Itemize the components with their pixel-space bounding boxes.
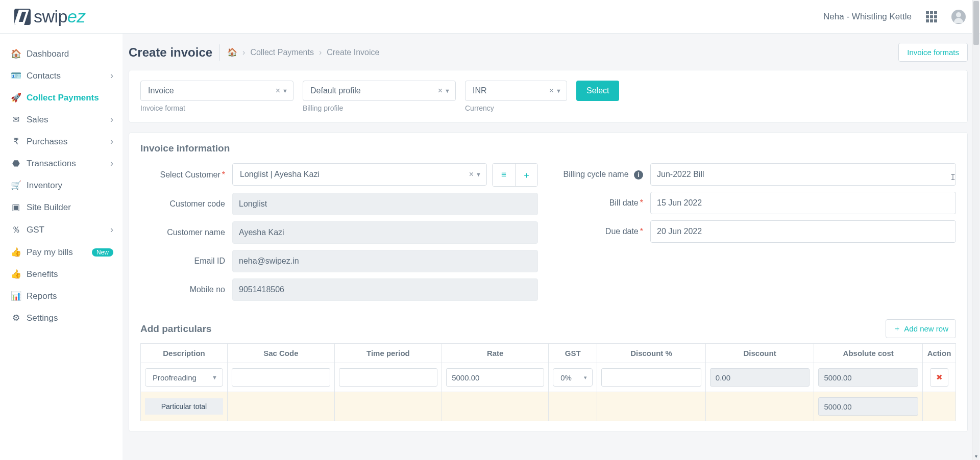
chart-icon: 📊 [9, 291, 22, 301]
label-billing-cycle: Billing cycle name i [558, 170, 650, 180]
sidebar-item-pay-my-bills[interactable]: 👍Pay my billsNew [0, 241, 122, 263]
sidebar-item-site-builder[interactable]: ▣Site Builder [0, 196, 122, 218]
selectors-card: Invoice ×▼ Invoice format Default profil… [129, 70, 968, 123]
select-value: Longlist | Ayesha Kazi [240, 170, 320, 179]
sidebar-item-label: Purchases [27, 137, 67, 147]
col-gst: GST [549, 344, 597, 363]
due-date-input[interactable] [650, 220, 956, 243]
clear-icon[interactable]: × [276, 86, 280, 95]
scrollbar[interactable]: ▴ ▾ [972, 0, 979, 460]
clear-icon[interactable]: × [438, 86, 443, 95]
breadcrumb-l2[interactable]: Create Invoice [327, 48, 379, 57]
sidebar: 🏠Dashboard 🪪Contacts› 🚀Collect Payments … [0, 34, 122, 460]
label-bill-date: Bill date* [558, 198, 650, 208]
time-input[interactable] [339, 368, 438, 387]
sidebar-item-label: Settings [27, 313, 58, 323]
sidebar-item-dashboard[interactable]: 🏠Dashboard [0, 43, 122, 65]
sidebar-item-label: Transactions [27, 159, 76, 169]
avatar-icon[interactable] [951, 10, 966, 24]
col-discount: Discount [705, 344, 814, 363]
col-time: Time period [334, 344, 442, 363]
col-rate: Rate [442, 344, 549, 363]
table-row: Proofreading ▼ 0% ▾ [141, 363, 956, 392]
gst-select[interactable]: 0% ▾ [553, 368, 593, 387]
sidebar-item-collect-payments[interactable]: 🚀Collect Payments [0, 87, 122, 109]
chevron-right-icon: › [110, 70, 113, 81]
customer-select[interactable]: Longlist | Ayesha Kazi ×▼ [232, 163, 487, 186]
col-sac: Sac Code [228, 344, 335, 363]
col-description: Description [141, 344, 228, 363]
logo[interactable]: swipez [14, 7, 85, 27]
sidebar-item-contacts[interactable]: 🪪Contacts› [0, 65, 122, 87]
scroll-down-icon[interactable]: ▾ [972, 452, 980, 460]
billing-cycle-input[interactable] [650, 163, 956, 186]
label-select-customer: Select Customer* [140, 170, 232, 180]
delete-row-button[interactable]: ✖ [930, 368, 948, 387]
breadcrumb: 🏠 › Collect Payments › Create Invoice [227, 47, 379, 57]
clear-icon[interactable]: × [469, 170, 474, 179]
chevron-down-icon[interactable]: ▼ [445, 88, 450, 94]
info-icon[interactable]: i [634, 170, 643, 180]
contact-icon: 🪪 [9, 70, 22, 81]
sac-input[interactable] [232, 368, 330, 387]
chevron-right-icon: › [110, 136, 113, 147]
cart-icon: 🛒 [9, 180, 22, 191]
site-icon: ▣ [9, 202, 22, 213]
chevron-down-icon[interactable]: ▼ [476, 171, 481, 177]
sidebar-item-transactions[interactable]: ⬣Transactions› [0, 152, 122, 174]
chevron-right-icon: › [110, 114, 113, 125]
scroll-thumb[interactable] [973, 1, 979, 45]
label-customer-code: Customer code [140, 199, 232, 209]
add-row-button[interactable]: ＋Add new row [886, 319, 956, 338]
select-button[interactable]: Select [576, 81, 619, 101]
envelope-icon: ✉ [9, 114, 22, 125]
apps-grid-icon[interactable] [926, 11, 937, 22]
chevron-down-icon[interactable]: ▼ [212, 374, 217, 380]
sidebar-item-settings[interactable]: ⚙Settings [0, 307, 122, 329]
divider [219, 44, 220, 61]
rate-input[interactable] [446, 368, 544, 387]
col-absolute: Absolute cost [814, 344, 923, 363]
billing-profile-select[interactable]: Default profile ×▼ [303, 81, 456, 101]
sidebar-item-purchases[interactable]: ₹Purchases› [0, 131, 122, 152]
plus-icon: ＋ [893, 324, 901, 334]
chevron-down-icon[interactable]: ▼ [282, 88, 288, 94]
rocket-icon: 🚀 [9, 92, 22, 103]
sidebar-item-gst[interactable]: ％GST› [0, 218, 122, 241]
chevron-right-icon: › [110, 224, 113, 235]
new-badge: New [92, 248, 113, 257]
clear-icon[interactable]: × [549, 86, 554, 95]
main-content: Create invoice 🏠 › Collect Payments › Cr… [122, 34, 980, 460]
sidebar-item-inventory[interactable]: 🛒Inventory [0, 174, 122, 196]
discount-pct-input[interactable] [601, 368, 701, 387]
select-sublabel: Currency [465, 104, 567, 112]
page-title: Create invoice [129, 45, 212, 60]
sidebar-item-label: GST [27, 225, 44, 235]
chevron-down-icon[interactable]: ▼ [556, 88, 561, 94]
customer-code-input [232, 193, 538, 215]
list-icon-button[interactable]: ≡ [493, 164, 515, 186]
currency-select[interactable]: INR ×▼ [465, 81, 567, 101]
sidebar-item-sales[interactable]: ✉Sales› [0, 109, 122, 131]
label-mobile: Mobile no [140, 285, 232, 294]
invoice-formats-button[interactable]: Invoice formats [898, 43, 968, 62]
logo-text: swipez [34, 7, 85, 27]
home-icon[interactable]: 🏠 [227, 47, 237, 57]
section-title: Invoice information [140, 143, 956, 154]
sidebar-item-reports[interactable]: 📊Reports [0, 285, 122, 307]
text-cursor-icon: 𝙸 [950, 172, 956, 183]
invoice-format-select[interactable]: Invoice ×▼ [140, 81, 293, 101]
sidebar-item-benefits[interactable]: 👍Benefits [0, 263, 122, 285]
sidebar-item-label: Reports [27, 291, 57, 301]
chevron-down-icon[interactable]: ▾ [584, 374, 587, 381]
breadcrumb-l1[interactable]: Collect Payments [250, 48, 314, 57]
user-name[interactable]: Neha - Whistling Kettle [823, 12, 912, 22]
sidebar-item-label: Collect Payments [27, 93, 99, 103]
bill-date-input[interactable] [650, 192, 956, 214]
col-action: Action [923, 344, 956, 363]
description-select[interactable]: Proofreading ▼ [145, 368, 223, 387]
add-customer-button[interactable]: ＋ [515, 164, 537, 186]
logo-mark-icon [14, 9, 31, 25]
section-title: Add particulars [140, 323, 211, 335]
select-value: Default profile [310, 86, 361, 95]
